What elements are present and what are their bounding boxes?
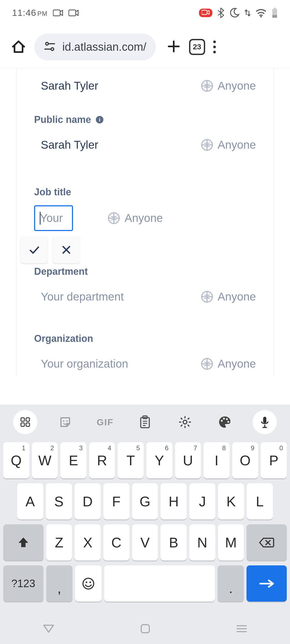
enter-key[interactable]: [247, 565, 287, 602]
svg-line-33: [188, 418, 189, 419]
nav-back-button[interactable]: [43, 624, 55, 634]
key-k[interactable]: K: [218, 483, 244, 519]
gif-label: GIF: [97, 417, 114, 427]
cancel-button[interactable]: [53, 236, 80, 263]
key-o[interactable]: 9O: [232, 442, 258, 478]
settings-button[interactable]: [173, 410, 197, 434]
department-label-text: Department: [34, 266, 88, 277]
key-c[interactable]: C: [103, 524, 129, 561]
keyboard-row-3: ZXCVBNM: [3, 524, 287, 561]
key-v[interactable]: V: [132, 524, 158, 561]
key-i[interactable]: 8I: [204, 442, 230, 478]
video-icon: [53, 9, 63, 17]
key-n[interactable]: N: [189, 524, 215, 561]
voice-input-button[interactable]: [253, 410, 277, 434]
sticker-button[interactable]: [53, 410, 77, 434]
gif-button[interactable]: GIF: [93, 410, 117, 434]
key-x[interactable]: X: [75, 524, 101, 561]
department-row[interactable]: Your department Anyone: [34, 285, 256, 309]
nav-home-button[interactable]: [140, 624, 150, 635]
key-s[interactable]: S: [46, 483, 72, 519]
home-button[interactable]: [11, 39, 26, 55]
public-name-value: Sarah Tyler: [34, 138, 98, 151]
organization-row[interactable]: Your organization Anyone: [34, 352, 256, 376]
public-name-label-text: Public name: [34, 114, 91, 125]
organization-label-text: Organization: [34, 333, 93, 344]
full-name-row[interactable]: Sarah Tyler Anyone: [34, 74, 256, 98]
key-w[interactable]: 2W: [32, 442, 58, 478]
video-icon-2: [68, 9, 79, 17]
key-l[interactable]: L: [247, 483, 273, 519]
visibility-label: Anyone: [218, 79, 256, 92]
emoji-key[interactable]: [75, 565, 102, 602]
backspace-key[interactable]: [247, 524, 287, 561]
page-content: Sarah Tyler Anyone Public name i Sarah T…: [0, 68, 290, 405]
svg-point-19: [63, 420, 64, 422]
key-b[interactable]: B: [161, 524, 187, 561]
key-y[interactable]: 6Y: [146, 442, 172, 478]
clipboard-button[interactable]: [133, 410, 157, 434]
battery-icon: [271, 8, 278, 18]
new-tab-button[interactable]: [166, 39, 181, 55]
svg-point-26: [183, 420, 187, 424]
key-u[interactable]: 7U: [175, 442, 201, 478]
key-j[interactable]: J: [189, 483, 215, 519]
info-icon[interactable]: i: [96, 116, 103, 123]
job-title-row: Your Anyone: [34, 205, 256, 231]
key-d[interactable]: D: [75, 483, 101, 519]
svg-rect-48: [141, 625, 149, 633]
job-title-label: Job title: [34, 186, 256, 198]
space-key[interactable]: [104, 565, 215, 602]
bluetooth-icon: [217, 8, 224, 18]
status-time: 11:46PM: [12, 8, 48, 18]
symbols-key[interactable]: ?123: [3, 565, 44, 602]
tab-switcher-button[interactable]: 23: [189, 39, 205, 55]
public-name-label: Public name i: [34, 114, 256, 125]
svg-point-46: [89, 581, 91, 583]
site-settings-icon: [44, 41, 56, 53]
recording-indicator-icon: [199, 9, 212, 17]
svg-rect-2: [202, 10, 207, 14]
confirm-button[interactable]: [21, 236, 48, 263]
visibility-label: Anyone: [125, 212, 163, 225]
svg-rect-39: [263, 417, 266, 423]
keyboard-row-2: ASDFGHJKL: [3, 483, 287, 519]
text-caret: [40, 212, 41, 225]
job-title-visibility[interactable]: Anyone: [108, 212, 163, 225]
period-key[interactable]: .: [218, 565, 244, 602]
key-r[interactable]: 4R: [89, 442, 115, 478]
moon-icon: [229, 8, 240, 18]
key-a[interactable]: A: [17, 483, 43, 519]
svg-point-36: [223, 418, 225, 420]
department-label: Department: [34, 266, 256, 277]
visibility-label: Anyone: [218, 138, 256, 151]
svg-rect-6: [272, 15, 277, 18]
svg-rect-16: [26, 418, 30, 421]
key-g[interactable]: G: [132, 483, 158, 519]
public-name-row[interactable]: Sarah Tyler Anyone: [34, 133, 256, 157]
key-e[interactable]: 3E: [60, 442, 86, 478]
keyboard-toolbar: GIF: [0, 405, 290, 440]
full-name-visibility: Anyone: [201, 79, 256, 92]
overflow-menu-button[interactable]: [213, 41, 216, 53]
soft-keyboard: GIF 1Q2W3E4R5T6Y7U8I9O0P ASDFGHJKL ZXCVB…: [0, 405, 290, 644]
svg-rect-0: [53, 10, 60, 16]
svg-rect-5: [274, 8, 276, 9]
key-p[interactable]: 0P: [261, 442, 287, 478]
key-z[interactable]: Z: [46, 524, 72, 561]
job-title-input[interactable]: Your: [34, 205, 73, 231]
comma-key[interactable]: ,: [46, 565, 73, 602]
theme-button[interactable]: [213, 410, 237, 434]
key-h[interactable]: H: [161, 483, 187, 519]
key-q[interactable]: 1Q: [3, 442, 29, 478]
key-m[interactable]: M: [218, 524, 244, 561]
keyboard-apps-button[interactable]: [13, 410, 37, 434]
nav-recents-button[interactable]: [236, 624, 247, 634]
key-f[interactable]: F: [103, 483, 129, 519]
address-bar[interactable]: id.atlassian.com/: [34, 34, 156, 60]
shift-key[interactable]: [3, 524, 44, 561]
department-visibility: Anyone: [201, 290, 256, 303]
svg-point-45: [86, 581, 87, 583]
full-name-value: Sarah Tyler: [34, 79, 98, 92]
key-t[interactable]: 5T: [118, 442, 144, 478]
